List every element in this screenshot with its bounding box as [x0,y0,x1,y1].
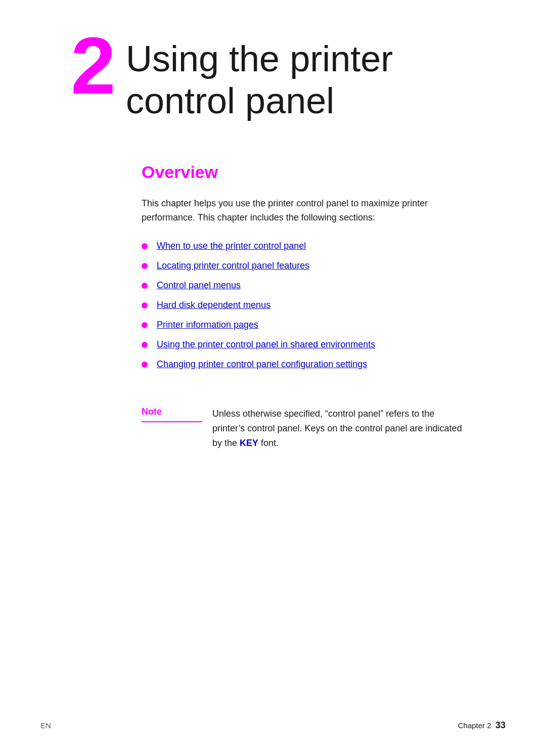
overview-heading: Overview [142,162,465,182]
content-area: Overview This chapter helps you use the … [142,162,465,451]
link-control-panel-menus[interactable]: Control panel menus [157,279,241,292]
bullet-dot [142,243,148,249]
note-label: Note [142,407,212,417]
bullet-dot [142,302,148,308]
key-font-text: KEY [240,438,258,448]
footer-page-number: 33 [495,720,506,730]
link-config-settings[interactable]: Changing printer control panel configura… [157,358,367,371]
list-item: Printer information pages [142,318,465,332]
chapter-title: Using the printer control panel [126,30,393,122]
list-item: Locating printer control panel features [142,259,465,273]
chapter-header: 2 Using the printer control panel [71,30,506,122]
intro-paragraph: This chapter helps you use the printer c… [142,196,465,226]
note-section: Note Unless otherwise specified, “contro… [142,396,465,450]
chapter-title-line2: control panel [126,80,334,121]
link-locating[interactable]: Locating printer control panel features [157,259,309,273]
link-shared-env[interactable]: Using the printer control panel in share… [157,338,375,351]
list-item: Using the printer control panel in share… [142,338,465,351]
list-item: Control panel menus [142,279,465,292]
page-footer: EN Chapter 2 33 [40,720,506,731]
list-item: Hard disk dependent menus [142,298,465,312]
footer-left-label: EN [40,721,51,730]
chapter-title-line1: Using the printer [126,38,393,79]
note-label-column: Note [142,407,212,422]
chapter-number: 2 [71,25,116,106]
list-item: When to use the printer control panel [142,239,465,253]
footer-right-text: Chapter 2 33 [458,720,506,731]
note-text-after-key: font. [258,438,279,448]
note-text: Unless otherwise specified, “control pan… [212,407,465,450]
list-item: Changing printer control panel configura… [142,358,465,371]
bullet-dot [142,263,148,269]
bullet-dot [142,283,148,289]
section-links-list: When to use the printer control panel Lo… [142,239,465,371]
bullet-dot [142,322,148,328]
link-hard-disk[interactable]: Hard disk dependent menus [157,298,270,312]
page-container: 2 Using the printer control panel Overvi… [0,0,546,756]
link-printer-info[interactable]: Printer information pages [157,318,258,332]
note-underline [142,421,202,422]
link-when-to-use[interactable]: When to use the printer control panel [157,239,306,253]
bullet-dot [142,362,148,368]
footer-chapter-text: Chapter 2 [458,721,491,730]
bullet-dot [142,342,148,348]
